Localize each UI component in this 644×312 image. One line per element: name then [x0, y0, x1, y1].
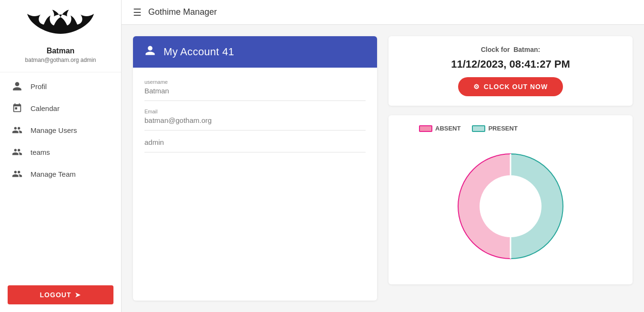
sidebar-item-manage-team-label: Manage Team [31, 170, 76, 178]
sidebar-item-manage-users[interactable]: Manage Users [0, 119, 121, 141]
donut-svg [444, 140, 577, 273]
logout-icon: ➤ [75, 291, 81, 299]
role-value: admin [144, 138, 366, 146]
logout-label: LOGOUT [40, 291, 72, 299]
menu-icon[interactable]: ☰ [133, 7, 142, 18]
clock-out-label: CLOCK OUT NOW [484, 83, 548, 91]
present-swatch [472, 125, 485, 132]
logo [22, 5, 99, 43]
sidebar-nav: Profil Calendar Manage Users teams Manag… [0, 75, 121, 278]
clock-datetime: 11/12/2023, 08:41:27 PM [451, 58, 570, 70]
page-body: My Account 41 username Batman Email batm… [122, 25, 644, 312]
chart-card: ABSENT PRESENT [388, 115, 633, 284]
topbar: ☰ Gothime Manager [122, 0, 644, 25]
sidebar-item-calendar[interactable]: Calendar [0, 97, 121, 119]
clock-label: Clock for Batman: [481, 46, 540, 53]
calendar-icon [11, 103, 23, 113]
clock-card: Clock for Batman: 11/12/2023, 08:41:27 P… [388, 36, 633, 106]
chart-legend: ABSENT PRESENT [419, 125, 518, 132]
group-icon [11, 125, 23, 135]
person-icon [11, 81, 23, 91]
sidebar-item-calendar-label: Calendar [31, 104, 60, 112]
sidebar-item-profil[interactable]: Profil [0, 75, 121, 97]
app-title: Gothime Manager [148, 7, 217, 17]
email-value: batman@gotham.org [144, 116, 366, 124]
clock-user: Batman: [513, 46, 540, 53]
account-panel: My Account 41 username Batman Email batm… [133, 36, 377, 301]
logout-button[interactable]: LOGOUT ➤ [8, 285, 113, 304]
role-field: admin [144, 134, 366, 152]
clock-icon: ⚙ [473, 83, 480, 91]
account-form: username Batman Email batman@gotham.org … [133, 68, 377, 194]
teams-icon [11, 147, 23, 157]
sidebar: Batman batman@gotham.org admin Profil Ca… [0, 0, 122, 312]
clock-label-prefix: Clock for [481, 46, 510, 53]
present-label: PRESENT [488, 125, 517, 132]
email-label: Email [144, 109, 366, 114]
sidebar-item-teams[interactable]: teams [0, 141, 121, 163]
right-panel: Clock for Batman: 11/12/2023, 08:41:27 P… [388, 36, 633, 301]
account-header: My Account 41 [133, 36, 377, 68]
username-field: username Batman [144, 75, 366, 101]
sidebar-item-manage-team[interactable]: Manage Team [0, 163, 121, 185]
sidebar-username: Batman [47, 47, 75, 55]
absent-label: ABSENT [435, 125, 460, 132]
donut-chart [444, 140, 577, 273]
sidebar-item-teams-label: teams [31, 148, 50, 156]
account-title: My Account 41 [164, 46, 234, 58]
sidebar-item-manage-users-label: Manage Users [31, 126, 77, 134]
main-content: ☰ Gothime Manager My Account 41 username… [122, 0, 644, 312]
account-header-icon [144, 45, 156, 59]
sidebar-user-email: batman@gotham.org admin [25, 57, 96, 63]
bat-logo-icon [27, 7, 94, 40]
sidebar-divider [0, 72, 121, 72]
clock-out-button[interactable]: ⚙ CLOCK OUT NOW [458, 77, 563, 96]
empty-field [144, 156, 366, 179]
legend-present: PRESENT [472, 125, 517, 132]
manage-team-icon [11, 169, 23, 179]
legend-absent: ABSENT [419, 125, 460, 132]
absent-swatch [419, 125, 432, 132]
email-field: Email batman@gotham.org [144, 105, 366, 131]
sidebar-item-profil-label: Profil [31, 82, 47, 91]
username-label: username [144, 79, 366, 85]
username-value: Batman [144, 87, 366, 95]
